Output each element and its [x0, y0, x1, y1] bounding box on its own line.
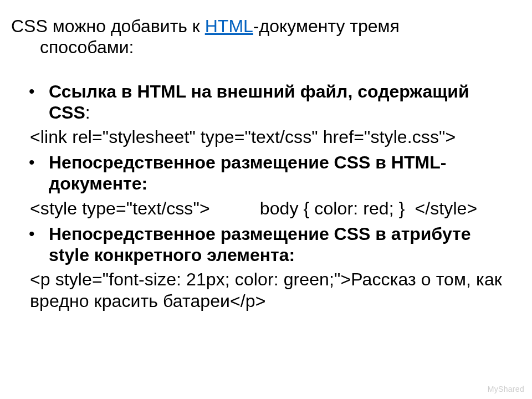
- list-item: Непосредственное размещение CSS в атрибу…: [11, 224, 510, 266]
- code-close: </style>: [415, 198, 477, 218]
- bullet-bold: Непосредственное размещение CSS в HTML-д…: [49, 152, 446, 193]
- code-line: <style type="text/css">body { color: red…: [11, 198, 510, 219]
- spacer: [11, 71, 510, 81]
- slide: CSS можно добавить к HTML-документу трем…: [0, 0, 532, 399]
- code-open: <style type="text/css">: [30, 198, 210, 218]
- watermark: MyShared: [488, 385, 524, 393]
- bullet-trail: :: [85, 103, 90, 122]
- html-link[interactable]: HTML: [205, 16, 253, 36]
- list-item: Ссылка в HTML на внешний файл, содержащи…: [11, 81, 510, 124]
- intro-line2: способами:: [11, 37, 510, 58]
- bullet-list: Ссылка в HTML на внешний файл, содержащи…: [11, 81, 510, 313]
- intro-after-link: -документу тремя: [253, 16, 400, 36]
- intro-paragraph: CSS можно добавить к HTML-документу трем…: [11, 16, 510, 58]
- code-line: <p style="font-size: 21px; color: green;…: [11, 269, 510, 312]
- intro-prefix: CSS можно добавить к: [11, 16, 205, 36]
- bullet-bold: Ссылка в HTML на внешний файл, содержащи…: [49, 81, 469, 122]
- bullet-bold: Непосредственное размещение CSS в атрибу…: [49, 224, 471, 265]
- list-item: Непосредственное размещение CSS в HTML-д…: [11, 152, 510, 195]
- code-line: <link rel="stylesheet" type="text/css" h…: [11, 126, 510, 148]
- code-body: body { color: red; }: [260, 198, 405, 218]
